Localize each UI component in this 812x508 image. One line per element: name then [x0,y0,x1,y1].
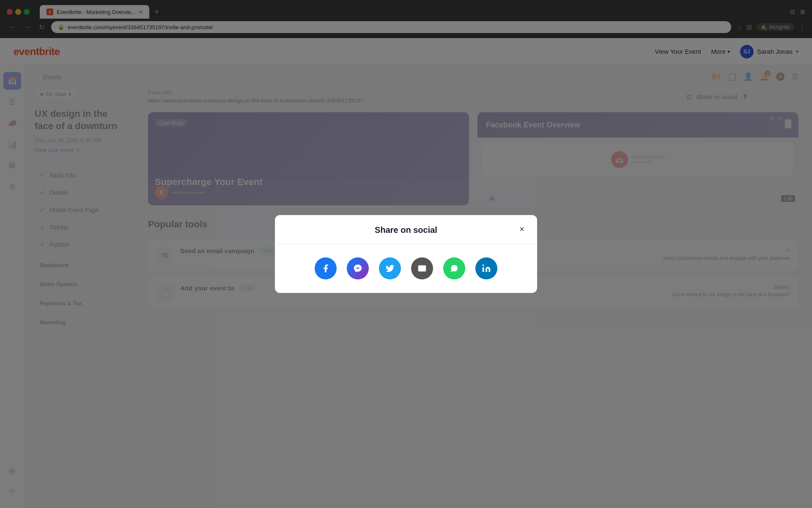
whatsapp-share-button[interactable] [443,257,465,279]
modal-header: Share on social × [275,215,537,244]
linkedin-share-button[interactable] [475,257,497,279]
modal-close-button[interactable]: × [515,223,529,236]
modal-title: Share on social [375,225,437,235]
twitter-share-button[interactable] [379,257,401,279]
messenger-share-button[interactable] [347,257,369,279]
svg-point-0 [483,265,484,266]
facebook-share-button[interactable] [315,257,337,279]
share-social-modal: Share on social × [275,215,537,293]
modal-overlay[interactable]: Share on social × [0,0,812,508]
modal-body [275,244,537,293]
email-share-button[interactable] [411,257,433,279]
